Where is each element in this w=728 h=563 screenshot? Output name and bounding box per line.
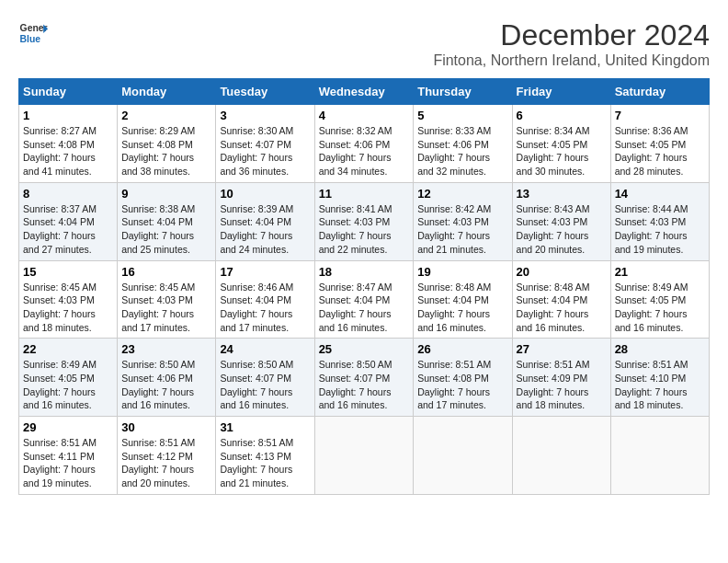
- day-number: 22: [23, 342, 113, 356]
- day-number: 13: [517, 187, 607, 201]
- day-info: Sunrise: 8:37 AMSunset: 4:04 PMDaylight:…: [23, 202, 113, 257]
- calendar-cell: 27Sunrise: 8:51 AMSunset: 4:09 PMDayligh…: [512, 339, 610, 417]
- calendar-cell: 2Sunrise: 8:29 AMSunset: 4:08 PMDaylight…: [118, 105, 216, 183]
- weekday-header-monday: Monday: [118, 79, 216, 105]
- calendar-cell: 17Sunrise: 8:46 AMSunset: 4:04 PMDayligh…: [216, 260, 314, 339]
- day-number: 31: [220, 420, 310, 434]
- calendar-cell: 16Sunrise: 8:45 AMSunset: 4:03 PMDayligh…: [118, 260, 216, 339]
- day-number: 7: [615, 109, 705, 122]
- calendar-cell: [314, 417, 414, 495]
- calendar-table: SundayMondayTuesdayWednesdayThursdayFrid…: [18, 78, 710, 495]
- weekday-header-thursday: Thursday: [414, 79, 512, 105]
- day-number: 19: [417, 265, 507, 279]
- page-header: General Blue December 2024 Fintona, Nort…: [18, 18, 710, 69]
- location-subtitle: Fintona, Northern Ireland, United Kingdo…: [433, 52, 710, 69]
- calendar-cell: [610, 417, 709, 495]
- day-info: Sunrise: 8:51 AMSunset: 4:10 PMDaylight:…: [615, 358, 705, 412]
- day-info: Sunrise: 8:48 AMSunset: 4:04 PMDaylight:…: [417, 281, 507, 335]
- calendar-cell: 14Sunrise: 8:44 AMSunset: 4:03 PMDayligh…: [610, 182, 709, 260]
- day-number: 4: [319, 109, 410, 122]
- calendar-cell: 22Sunrise: 8:49 AMSunset: 4:05 PMDayligh…: [19, 339, 118, 417]
- weekday-header-sunday: Sunday: [19, 79, 118, 105]
- day-info: Sunrise: 8:45 AMSunset: 4:03 PMDaylight:…: [121, 281, 211, 335]
- calendar-cell: 11Sunrise: 8:41 AMSunset: 4:03 PMDayligh…: [314, 182, 414, 260]
- weekday-header-saturday: Saturday: [610, 79, 709, 105]
- calendar-cell: 28Sunrise: 8:51 AMSunset: 4:10 PMDayligh…: [610, 339, 709, 417]
- day-info: Sunrise: 8:51 AMSunset: 4:12 PMDaylight:…: [121, 436, 211, 490]
- day-info: Sunrise: 8:47 AMSunset: 4:04 PMDaylight:…: [319, 281, 410, 335]
- logo-icon: General Blue: [18, 18, 48, 48]
- day-info: Sunrise: 8:30 AMSunset: 4:07 PMDaylight:…: [220, 124, 310, 178]
- month-title: December 2024: [433, 18, 710, 52]
- calendar-cell: 8Sunrise: 8:37 AMSunset: 4:04 PMDaylight…: [19, 182, 118, 260]
- day-number: 23: [121, 342, 211, 356]
- day-info: Sunrise: 8:44 AMSunset: 4:03 PMDaylight:…: [615, 202, 705, 257]
- calendar-cell: 5Sunrise: 8:33 AMSunset: 4:06 PMDaylight…: [414, 105, 512, 183]
- title-area: December 2024 Fintona, Northern Ireland,…: [433, 18, 710, 69]
- day-number: 6: [517, 109, 607, 122]
- day-number: 5: [417, 109, 507, 122]
- calendar-cell: 25Sunrise: 8:50 AMSunset: 4:07 PMDayligh…: [314, 339, 414, 417]
- day-number: 9: [121, 187, 211, 201]
- day-info: Sunrise: 8:51 AMSunset: 4:09 PMDaylight:…: [517, 358, 607, 412]
- calendar-cell: 9Sunrise: 8:38 AMSunset: 4:04 PMDaylight…: [118, 182, 216, 260]
- day-number: 29: [23, 420, 113, 434]
- day-number: 28: [615, 342, 705, 356]
- day-number: 3: [220, 109, 310, 122]
- day-info: Sunrise: 8:38 AMSunset: 4:04 PMDaylight:…: [121, 202, 211, 257]
- day-info: Sunrise: 8:46 AMSunset: 4:04 PMDaylight:…: [220, 281, 310, 335]
- day-info: Sunrise: 8:27 AMSunset: 4:08 PMDaylight:…: [23, 124, 113, 178]
- day-number: 15: [23, 265, 113, 279]
- day-number: 24: [220, 342, 310, 356]
- day-number: 10: [220, 187, 310, 201]
- calendar-week-row: 1Sunrise: 8:27 AMSunset: 4:08 PMDaylight…: [19, 105, 710, 183]
- day-info: Sunrise: 8:50 AMSunset: 4:06 PMDaylight:…: [121, 358, 211, 412]
- day-info: Sunrise: 8:49 AMSunset: 4:05 PMDaylight:…: [615, 281, 705, 335]
- calendar-cell: 3Sunrise: 8:30 AMSunset: 4:07 PMDaylight…: [216, 105, 314, 183]
- calendar-cell: 31Sunrise: 8:51 AMSunset: 4:13 PMDayligh…: [216, 417, 314, 495]
- weekday-header-friday: Friday: [512, 79, 610, 105]
- day-number: 11: [319, 187, 410, 201]
- day-info: Sunrise: 8:43 AMSunset: 4:03 PMDaylight:…: [517, 202, 607, 257]
- calendar-cell: 19Sunrise: 8:48 AMSunset: 4:04 PMDayligh…: [414, 260, 512, 339]
- calendar-week-row: 22Sunrise: 8:49 AMSunset: 4:05 PMDayligh…: [19, 339, 710, 417]
- calendar-cell: 15Sunrise: 8:45 AMSunset: 4:03 PMDayligh…: [19, 260, 118, 339]
- calendar-cell: 4Sunrise: 8:32 AMSunset: 4:06 PMDaylight…: [314, 105, 414, 183]
- day-number: 20: [517, 265, 607, 279]
- logo: General Blue: [18, 18, 48, 48]
- calendar-cell: 13Sunrise: 8:43 AMSunset: 4:03 PMDayligh…: [512, 182, 610, 260]
- day-number: 21: [615, 265, 705, 279]
- calendar-week-row: 29Sunrise: 8:51 AMSunset: 4:11 PMDayligh…: [19, 417, 710, 495]
- day-number: 2: [121, 109, 211, 122]
- day-number: 8: [23, 187, 113, 201]
- calendar-cell: 12Sunrise: 8:42 AMSunset: 4:03 PMDayligh…: [414, 182, 512, 260]
- weekday-header-wednesday: Wednesday: [314, 79, 414, 105]
- calendar-cell: 7Sunrise: 8:36 AMSunset: 4:05 PMDaylight…: [610, 105, 709, 183]
- day-number: 1: [23, 109, 113, 122]
- calendar-cell: [512, 417, 610, 495]
- weekday-header-tuesday: Tuesday: [216, 79, 314, 105]
- calendar-cell: 29Sunrise: 8:51 AMSunset: 4:11 PMDayligh…: [19, 417, 118, 495]
- day-info: Sunrise: 8:50 AMSunset: 4:07 PMDaylight:…: [220, 358, 310, 412]
- calendar-cell: [414, 417, 512, 495]
- day-info: Sunrise: 8:49 AMSunset: 4:05 PMDaylight:…: [23, 358, 113, 412]
- day-number: 16: [121, 265, 211, 279]
- day-number: 30: [121, 420, 211, 434]
- svg-text:Blue: Blue: [20, 34, 41, 44]
- calendar-cell: 20Sunrise: 8:48 AMSunset: 4:04 PMDayligh…: [512, 260, 610, 339]
- day-info: Sunrise: 8:41 AMSunset: 4:03 PMDaylight:…: [319, 202, 410, 257]
- day-number: 18: [319, 265, 410, 279]
- day-info: Sunrise: 8:45 AMSunset: 4:03 PMDaylight:…: [23, 281, 113, 335]
- calendar-cell: 30Sunrise: 8:51 AMSunset: 4:12 PMDayligh…: [118, 417, 216, 495]
- day-info: Sunrise: 8:51 AMSunset: 4:08 PMDaylight:…: [417, 358, 507, 412]
- day-number: 27: [517, 342, 607, 356]
- day-number: 26: [417, 342, 507, 356]
- day-number: 12: [417, 187, 507, 201]
- day-info: Sunrise: 8:51 AMSunset: 4:11 PMDaylight:…: [23, 436, 113, 490]
- calendar-cell: 1Sunrise: 8:27 AMSunset: 4:08 PMDaylight…: [19, 105, 118, 183]
- calendar-week-row: 8Sunrise: 8:37 AMSunset: 4:04 PMDaylight…: [19, 182, 710, 260]
- day-info: Sunrise: 8:29 AMSunset: 4:08 PMDaylight:…: [121, 124, 211, 178]
- day-info: Sunrise: 8:50 AMSunset: 4:07 PMDaylight:…: [319, 358, 410, 412]
- weekday-header-row: SundayMondayTuesdayWednesdayThursdayFrid…: [19, 79, 710, 105]
- day-info: Sunrise: 8:48 AMSunset: 4:04 PMDaylight:…: [517, 281, 607, 335]
